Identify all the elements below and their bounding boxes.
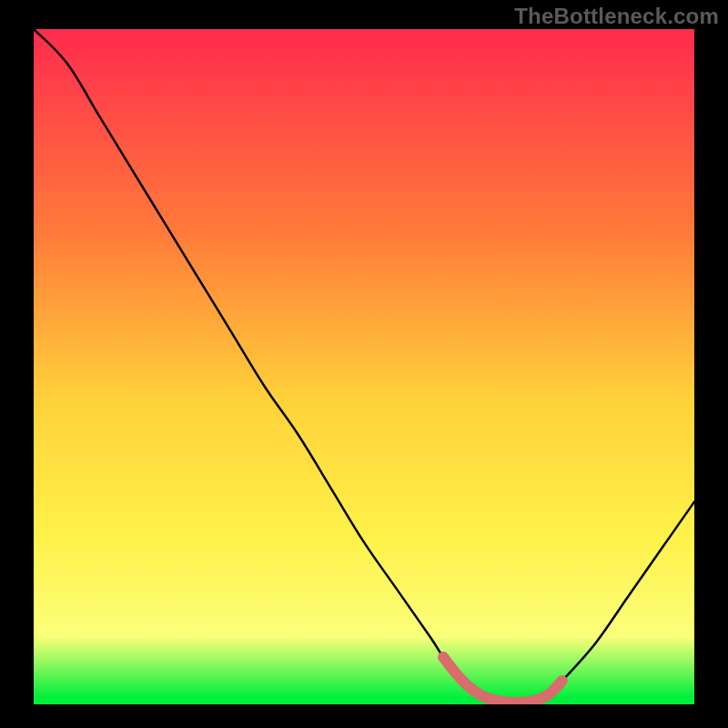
chart-frame: TheBottleneck.com (0, 0, 728, 728)
watermark-text: TheBottleneck.com (514, 4, 719, 29)
plot-area (34, 29, 694, 704)
bottleneck-chart (34, 29, 694, 704)
gradient-background (34, 29, 694, 704)
